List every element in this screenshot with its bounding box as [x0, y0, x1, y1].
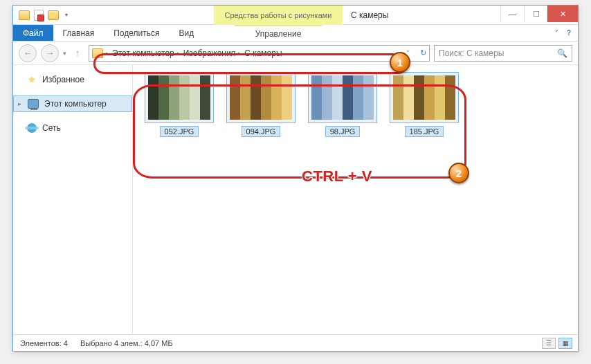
sidebar-item-label: Сеть — [42, 123, 61, 133]
qat-dropdown-icon[interactable]: ▾ — [63, 12, 70, 19]
breadcrumb[interactable]: С камеры — [244, 48, 282, 58]
new-folder-icon[interactable] — [48, 10, 59, 20]
navigation-pane: Избранное ▸ Этот компьютер Сеть — [13, 65, 133, 334]
search-icon[interactable]: 🔍 — [557, 48, 567, 58]
forward-button[interactable]: → — [41, 44, 59, 62]
navigation-row: ← → ▾ ↑ ▸ Этот компьютер ▸ Изображения ▸… — [13, 42, 578, 65]
annotation-badge: 1 — [390, 52, 410, 73]
folder-icon — [19, 10, 30, 20]
status-item-count: Элементов: 4 — [20, 339, 68, 347]
chevron-right-icon[interactable]: ▸ — [18, 100, 21, 107]
thumbnail-image — [148, 75, 210, 120]
thumbnails-view-button[interactable]: ▦ — [558, 338, 572, 349]
thumbnail-image — [393, 75, 455, 120]
thumbnail-frame — [226, 72, 296, 123]
file-item[interactable]: 052.JPG — [144, 72, 215, 137]
search-input[interactable]: Поиск: С камеры 🔍 — [434, 45, 572, 62]
body: Избранное ▸ Этот компьютер Сеть 052.JPG0… — [13, 65, 578, 334]
tab-manage[interactable]: Управление — [235, 25, 322, 41]
status-selection: Выбрано 4 элем.: 4,07 МБ — [80, 339, 173, 347]
tab-home[interactable]: Главная — [53, 25, 104, 41]
annotation-shortcut: CTRL + V — [302, 167, 372, 185]
minimize-button[interactable]: — — [500, 6, 524, 22]
back-button[interactable]: ← — [19, 44, 37, 62]
history-dropdown-icon[interactable]: ▾ — [63, 50, 66, 57]
tab-file[interactable]: Файл — [13, 25, 53, 41]
window-controls: — ☐ ✕ — [500, 6, 578, 22]
file-name-label: 185.JPG — [405, 126, 444, 137]
chevron-right-icon[interactable]: ▸ — [106, 50, 109, 57]
context-tab-header: Средства работы с рисунками — [214, 6, 343, 25]
sidebar-item-label: Этот компьютер — [44, 99, 107, 109]
file-item[interactable]: 094.JPG — [226, 72, 296, 137]
quick-access-toolbar: ▾ — [13, 10, 75, 21]
maximize-button[interactable]: ☐ — [524, 6, 547, 22]
file-grid: 052.JPG094.JPG98.JPG185.JPG — [140, 72, 571, 137]
details-view-button[interactable]: ☰ — [542, 338, 556, 349]
file-name-label: 052.JPG — [160, 126, 199, 137]
address-bar[interactable]: ▸ Этот компьютер ▸ Изображения ▸ С камер… — [89, 45, 430, 62]
chevron-right-icon[interactable]: ▸ — [238, 50, 242, 57]
status-bar: Элементов: 4 Выбрано 4 элем.: 4,07 МБ ☰ … — [13, 334, 578, 351]
thumbnail-image — [311, 75, 374, 120]
file-name-label: 98.JPG — [325, 126, 361, 137]
sidebar-item-network[interactable]: Сеть — [13, 120, 132, 136]
sidebar-item-this-pc[interactable]: ▸ Этот компьютер — [13, 95, 132, 112]
content-pane[interactable]: 052.JPG094.JPG98.JPG185.JPG — [133, 65, 578, 334]
tab-share[interactable]: Поделиться — [104, 25, 169, 41]
file-item[interactable]: 185.JPG — [389, 72, 460, 137]
network-icon — [27, 123, 37, 133]
window-title: С камеры — [351, 10, 388, 20]
explorer-window: ▾ Средства работы с рисунками С камеры —… — [12, 5, 579, 352]
thumbnail-frame — [390, 72, 459, 123]
refresh-icon[interactable]: ↻ — [420, 48, 426, 57]
breadcrumb[interactable]: Этот компьютер — [112, 48, 174, 58]
ribbon-expand-icon[interactable]: ˅ — [555, 29, 558, 37]
thumbnail-frame — [145, 72, 214, 123]
thumbnail-image — [230, 75, 292, 120]
star-icon — [27, 75, 37, 84]
file-name-label: 094.JPG — [242, 126, 281, 137]
location-folder-icon — [92, 48, 103, 58]
sidebar-item-favorites[interactable]: Избранное — [13, 72, 132, 87]
help-icon[interactable]: ? — [567, 29, 571, 37]
titlebar: ▾ Средства работы с рисунками С камеры —… — [13, 6, 578, 25]
up-button[interactable]: ↑ — [71, 46, 84, 60]
breadcrumb[interactable]: Изображения — [183, 48, 235, 58]
search-placeholder: Поиск: С камеры — [439, 48, 504, 58]
sidebar-item-label: Избранное — [42, 75, 84, 84]
tab-view[interactable]: Вид — [169, 25, 203, 41]
ribbon-tabs: Файл Главная Поделиться Вид Управление ˅… — [13, 25, 578, 42]
thumbnail-frame — [308, 72, 377, 123]
chevron-right-icon[interactable]: ▸ — [177, 50, 181, 57]
close-button[interactable]: ✕ — [547, 6, 578, 22]
file-item[interactable]: 98.JPG — [307, 72, 378, 137]
annotation-badge: 2 — [448, 163, 469, 183]
computer-icon — [28, 99, 39, 109]
properties-icon[interactable] — [34, 10, 44, 21]
